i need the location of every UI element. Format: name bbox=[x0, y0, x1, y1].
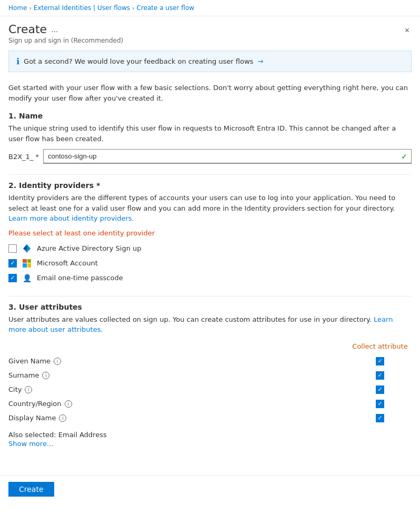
breadcrumb-create[interactable]: Create a user flow bbox=[137, 4, 195, 12]
attr-row-surname: Surname i bbox=[8, 369, 412, 383]
section3-title: 3. User attributes bbox=[8, 303, 412, 311]
page-title: Create bbox=[8, 23, 47, 36]
intro-text: Get started with your user flow with a f… bbox=[8, 83, 412, 103]
attr-collect-surname[interactable] bbox=[376, 371, 384, 380]
section-identity-providers: 2. Identity providers * Identity provide… bbox=[8, 181, 412, 285]
page-subtitle: Sign up and sign in (Recommended) bbox=[8, 37, 123, 44]
collect-header: Collect attribute bbox=[348, 342, 412, 350]
info-banner: ℹ Got a second? We would love your feedb… bbox=[8, 51, 412, 72]
provider-item-azure: Azure Active Directory Sign up bbox=[8, 241, 412, 256]
provider-checkbox-azure[interactable] bbox=[8, 244, 17, 253]
main-content: Get started with your user flow with a f… bbox=[0, 78, 420, 467]
provider-label-email: Email one-time passcode bbox=[37, 274, 123, 282]
breadcrumb-user-flows[interactable]: External Identities | User flows bbox=[34, 4, 130, 12]
also-selected: Also selected: Email Address bbox=[8, 431, 412, 439]
info-icon-given-name[interactable]: i bbox=[54, 358, 61, 365]
attr-label-given-name: Given Name bbox=[8, 357, 51, 365]
section-user-attributes: 3. User attributes User attributes are v… bbox=[8, 303, 412, 448]
provider-checkbox-email[interactable] bbox=[8, 274, 17, 282]
info-icon-display-name[interactable]: i bbox=[59, 414, 66, 422]
name-row: B2X_1_ * ✓ bbox=[8, 149, 412, 164]
provider-item-microsoft: Microsoft Account bbox=[8, 256, 412, 271]
name-prefix: B2X_1_ * bbox=[8, 153, 39, 161]
create-button[interactable]: Create bbox=[8, 482, 54, 497]
attr-label-display-name: Display Name bbox=[8, 414, 56, 422]
attr-row-display-name: Display Name i bbox=[8, 411, 412, 426]
section1-desc: The unique string used to identify this … bbox=[8, 123, 412, 144]
attr-label-country: Country/Region bbox=[8, 400, 62, 408]
provider-list: Azure Active Directory Sign up Microsoft… bbox=[8, 241, 412, 285]
section2-title: 2. Identity providers * bbox=[8, 181, 412, 190]
attr-collect-country[interactable] bbox=[376, 400, 384, 408]
attr-collect-display-name[interactable] bbox=[376, 414, 384, 422]
info-banner-link[interactable]: → bbox=[257, 57, 263, 65]
name-input[interactable] bbox=[43, 149, 412, 164]
breadcrumb: Home › External Identities | User flows … bbox=[0, 0, 420, 16]
close-button[interactable]: × bbox=[403, 24, 412, 37]
info-icon-surname[interactable]: i bbox=[42, 372, 49, 379]
attr-collect-city[interactable] bbox=[376, 385, 384, 394]
more-options-icon[interactable]: ... bbox=[51, 25, 58, 34]
attr-row-country: Country/Region i bbox=[8, 397, 412, 411]
attr-label-city: City bbox=[8, 385, 22, 393]
microsoft-icon bbox=[22, 259, 32, 268]
provider-item-email: 👤 Email one-time passcode bbox=[8, 271, 412, 285]
attr-label-surname: Surname bbox=[8, 371, 39, 379]
show-more-link[interactable]: Show more... bbox=[8, 440, 412, 448]
section2-desc: Identity providers are the different typ… bbox=[8, 193, 412, 224]
provider-checkbox-microsoft[interactable] bbox=[8, 259, 17, 268]
name-input-wrapper: ✓ bbox=[43, 149, 412, 164]
attr-collect-given-name[interactable] bbox=[376, 357, 384, 365]
info-banner-text: Got a second? We would love your feedbac… bbox=[24, 57, 253, 65]
attr-header-row: Collect attribute bbox=[8, 340, 412, 352]
info-icon-city[interactable]: i bbox=[25, 386, 32, 393]
section-name: 1. Name The unique string used to identi… bbox=[8, 112, 412, 164]
identity-provider-warning: Please select at least one identity prov… bbox=[8, 229, 412, 237]
section3-desc: User attributes are values collected on … bbox=[8, 314, 412, 335]
info-icon: ℹ bbox=[16, 56, 19, 66]
azure-icon bbox=[22, 244, 32, 253]
attr-row-given-name: Given Name i bbox=[8, 354, 412, 369]
page-header: Create ... Sign up and sign in (Recommen… bbox=[0, 16, 420, 44]
email-passcode-icon: 👤 bbox=[22, 273, 32, 283]
input-check-icon: ✓ bbox=[401, 152, 407, 161]
page-footer: Create bbox=[0, 475, 420, 503]
provider-label-microsoft: Microsoft Account bbox=[37, 259, 98, 267]
section1-title: 1. Name bbox=[8, 112, 412, 120]
attr-row-city: City i bbox=[8, 383, 412, 397]
breadcrumb-home[interactable]: Home bbox=[8, 4, 27, 12]
attributes-table: Collect attribute Given Name i Surname i bbox=[8, 340, 412, 426]
provider-label-azure: Azure Active Directory Sign up bbox=[37, 244, 142, 252]
identity-providers-link[interactable]: Learn more about identity providers. bbox=[8, 214, 134, 222]
info-icon-country[interactable]: i bbox=[65, 400, 72, 408]
